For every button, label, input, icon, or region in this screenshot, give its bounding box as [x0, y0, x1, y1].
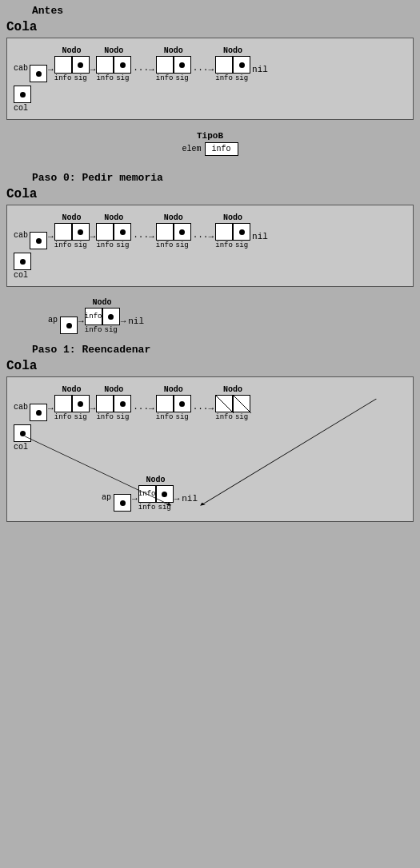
slash-svg	[216, 396, 234, 413]
col-group-p0: col	[14, 253, 406, 280]
ap-label-p1: ap	[102, 493, 111, 512]
slash-svg2	[234, 396, 251, 413]
nodes-row-paso0: cab → Nodo info sig → Nodo	[14, 213, 406, 249]
col-group-p1: col	[14, 424, 406, 452]
arrow-p0-1: →	[48, 232, 54, 249]
new-nodo-sig-p1	[156, 485, 174, 503]
cola-label-paso1: Cola	[0, 357, 420, 375]
new-nil-arrow-p0: →	[121, 317, 126, 334]
tipob-title: TipoB	[197, 131, 223, 141]
dots-p1-1: ···→	[133, 404, 154, 421]
ap-node-p0	[60, 317, 78, 334]
new-nodo-sig	[102, 308, 120, 325]
arrow-p0-2: →	[90, 232, 96, 249]
new-nodo-p1: Nodo info info sig	[138, 476, 174, 512]
p1-nodo3-sig	[174, 395, 191, 412]
p1-nodo-2: Nodo info sig	[96, 385, 131, 421]
cab-cell	[30, 65, 47, 82]
arrow-2: →	[90, 65, 96, 82]
col-cell-p1	[14, 424, 31, 442]
p1-nodo2-info	[96, 395, 114, 412]
nodo-3: Nodo info sig	[156, 46, 191, 82]
nodes-row-paso1: cab → Nodo info sig → Nodo	[14, 385, 406, 421]
nil-label-p0: nil	[252, 232, 268, 249]
new-nodo-info-p1: info	[138, 485, 156, 503]
nil-p1: nil	[182, 494, 198, 512]
p1-nodo-4: Nodo info sig	[215, 385, 250, 421]
p0-nodo3-info	[156, 223, 174, 241]
cab-label: cab	[14, 64, 28, 82]
col-label-p0: col	[14, 271, 28, 280]
dots-2: ···→	[193, 65, 214, 82]
dots-p1-2: ···→	[193, 404, 214, 421]
col-cell-p0	[14, 253, 31, 270]
p1-nodo1-sig	[72, 395, 90, 412]
p0-nodo4-info	[215, 223, 233, 241]
cab-node-p1	[30, 404, 47, 421]
ap-row-p1: ap → Nodo info info sig → nil	[14, 452, 406, 515]
p0-nodo4-sig	[233, 223, 250, 241]
p1-nodo4-info	[215, 395, 233, 412]
nodo1-info	[54, 56, 72, 74]
p1-nodo3-info	[156, 395, 174, 412]
p0-nodo1-info	[54, 223, 72, 241]
cab-cell-p0	[30, 232, 47, 249]
ap-cell-p1	[114, 494, 131, 512]
arrow-p1-1: →	[48, 404, 54, 421]
p0-nodo2-info	[96, 223, 114, 241]
cola-label-antes: Cola	[0, 18, 420, 36]
p0-nodo-3: Nodo info sig	[156, 213, 191, 249]
p1-nodo-3: Nodo info sig	[156, 385, 191, 421]
new-nodo-info: info	[85, 308, 102, 325]
dots-p0-1: ···→	[133, 232, 154, 249]
p0-nodo1-sig	[72, 223, 90, 241]
p0-nodo-4: Nodo info sig	[215, 213, 250, 249]
new-nodo-p0: Nodo info info sig	[85, 298, 120, 334]
ap-cell-p0	[60, 317, 78, 334]
p1-nodo2-sig	[114, 395, 131, 412]
ap-arrow-p0: →	[78, 317, 84, 334]
nodo-1: Nodo info sig	[54, 46, 90, 82]
section-paso0: Paso 0: Pedir memoria Cola cab → Nodo in…	[0, 165, 420, 337]
elem-label: elem	[182, 145, 201, 153]
ap-pointer-p1	[114, 494, 131, 512]
svg-line-0	[216, 396, 234, 413]
arrow-1: →	[48, 65, 54, 82]
p1-nodo1-info	[54, 395, 72, 412]
cab-label-p1: cab	[14, 403, 28, 421]
ap-label-p0: ap	[48, 316, 58, 334]
col-cell	[14, 86, 31, 103]
antes-title: Antes	[0, 0, 420, 18]
cab-node-p0	[30, 232, 47, 249]
tipob-row: elem info	[182, 142, 238, 156]
nodo3-sig	[174, 56, 191, 74]
p1-nodo4-sig	[233, 395, 250, 412]
paso1-title: Paso 1: Reencadenar	[0, 337, 420, 357]
antes-diagram: cab → Nodo info sig →	[6, 38, 414, 120]
p0-nodo-1: Nodo info sig	[54, 213, 90, 249]
paso1-diagram: cab → Nodo info sig → Nodo	[6, 376, 414, 522]
ap-section-p0: ap → Nodo info info sig → nil	[0, 292, 420, 337]
nodo-4: Nodo info sig	[215, 46, 250, 82]
svg-line-1	[234, 396, 251, 413]
nodo2-info	[96, 56, 114, 74]
nodo4-sig	[233, 56, 250, 74]
tipob-info-box: info	[205, 142, 238, 156]
arrow-p1-2: →	[90, 404, 96, 421]
cab-node	[30, 65, 47, 82]
dots-p0-2: ···→	[193, 232, 214, 249]
col-label: col	[14, 104, 28, 113]
p0-nodo-2: Nodo info sig	[96, 213, 131, 249]
nil-ap-p0: nil	[128, 317, 144, 334]
nil-label-antes: nil	[252, 65, 268, 82]
p0-nodo3-sig	[174, 223, 191, 241]
paso0-diagram: cab → Nodo info sig → Nodo	[6, 205, 414, 287]
col-group-antes: col	[14, 86, 406, 113]
dots-1: ···→	[133, 65, 154, 82]
nodo1-sig	[72, 56, 90, 74]
ap-arrow-p1: →	[132, 494, 138, 512]
nodes-row-antes: cab → Nodo info sig →	[14, 46, 406, 82]
nodo2-sig	[114, 56, 131, 74]
nil-arrow-p1: →	[174, 494, 180, 512]
nodo-2: Nodo info sig	[96, 46, 131, 82]
